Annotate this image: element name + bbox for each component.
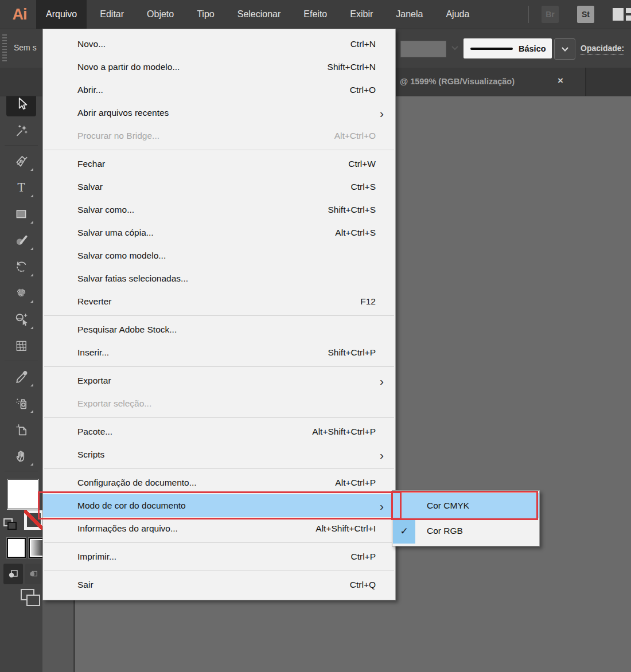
- menu-item-shortcut: Ctrl+P: [351, 552, 396, 562]
- flyout-triangle-icon: [30, 274, 33, 276]
- document-tab-title[interactable]: @ 1599% (RGB/Visualização): [400, 77, 515, 86]
- menu-separator: [44, 366, 394, 367]
- type-tool[interactable]: T: [6, 174, 36, 200]
- menu-bar-item[interactable]: Objeto: [137, 0, 184, 29]
- flyout-triangle-icon: [30, 300, 33, 303]
- draw-normal-mode-button[interactable]: [3, 564, 23, 584]
- menu-separator: [44, 315, 394, 316]
- bridge-button[interactable]: Br: [542, 6, 559, 23]
- menu-item[interactable]: Novo a partir do modelo... Shift+Ctrl+N: [43, 56, 395, 79]
- submenu-arrow-icon: ›: [380, 107, 395, 119]
- shape-builder-tool[interactable]: [6, 306, 36, 332]
- fill-color-swatch[interactable]: [7, 479, 39, 510]
- menu-item[interactable]: Imprimir... Ctrl+P: [43, 545, 395, 568]
- menu-item-label: Salvar: [43, 182, 351, 192]
- menu-item[interactable]: Pacote... Alt+Shift+Ctrl+P: [43, 420, 395, 443]
- color-mode-submenu-popup: Cor CMYK ✓ Cor RGB: [392, 490, 540, 546]
- artboard-tool[interactable]: [6, 416, 36, 442]
- menu-item[interactable]: Salvar uma cópia... Alt+Ctrl+S: [43, 221, 395, 244]
- opacity-link[interactable]: Opacidade:: [581, 44, 624, 54]
- brush-style-chevron-button[interactable]: [554, 38, 575, 60]
- menu-item[interactable]: Fechar Ctrl+W: [43, 153, 395, 175]
- menu-item[interactable]: Configuração de documento... Alt+Ctrl+P: [43, 471, 395, 494]
- menu-item[interactable]: Salvar como... Shift+Ctrl+S: [43, 198, 395, 221]
- magic-wand-tool[interactable]: [6, 117, 36, 143]
- menu-item-shortcut: Alt+Ctrl+P: [335, 478, 395, 488]
- pen-tool[interactable]: [6, 148, 36, 174]
- menu-item-label: Abrir arquivos recentes: [43, 108, 380, 118]
- menu-item-label: Abrir...: [43, 85, 350, 95]
- hand-tool[interactable]: [6, 443, 36, 468]
- flyout-triangle-icon: [30, 247, 33, 250]
- menu-bar-items: ArquivoEditarObjetoTipoSelecionarEfeitoE…: [34, 0, 481, 29]
- stroke-color-swatch[interactable]: [24, 510, 44, 530]
- stroke-profile-dropdown[interactable]: [400, 41, 446, 57]
- menu-bar-item[interactable]: Selecionar: [228, 0, 291, 29]
- menu-item[interactable]: Procurar no Bridge... Alt+Ctrl+O: [43, 124, 395, 147]
- tool-group-separator: [5, 471, 38, 471]
- eyedropper-tool[interactable]: [6, 364, 36, 389]
- menu-bar-item[interactable]: Editar: [90, 0, 134, 29]
- tab-close-icon[interactable]: ×: [558, 75, 563, 87]
- submenu-item[interactable]: ✓ Cor RGB: [392, 518, 539, 544]
- menu-item[interactable]: Reverter F12: [43, 290, 395, 313]
- stock-button[interactable]: St: [577, 6, 594, 23]
- menu-bar-item[interactable]: Tipo: [187, 0, 224, 29]
- menu-item[interactable]: Abrir arquivos recentes ›: [43, 101, 395, 124]
- menu-item-label: Salvar como...: [43, 205, 328, 215]
- menu-item-label: Configuração de documento...: [43, 478, 335, 488]
- menu-bar-item[interactable]: Arquivo: [36, 0, 87, 29]
- menu-item[interactable]: Abrir... Ctrl+O: [43, 79, 395, 101]
- flyout-triangle-icon: [30, 221, 33, 224]
- puppet-warp-tool[interactable]: [6, 280, 36, 306]
- menu-item[interactable]: Exportar ›: [43, 369, 395, 392]
- menu-item[interactable]: Pesquisar Adobe Stock...: [43, 318, 395, 341]
- menu-item-shortcut: Ctrl+Q: [350, 580, 395, 590]
- default-fill-stroke-icon[interactable]: [3, 518, 17, 530]
- flyout-triangle-icon: [30, 410, 33, 413]
- menu-item-shortcut: Alt+Shift+Ctrl+P: [312, 427, 395, 437]
- panel-grip-icon[interactable]: [2, 34, 7, 62]
- flyout-triangle-icon: [30, 194, 33, 197]
- menu-bar-item[interactable]: Exibir: [340, 0, 383, 29]
- menu-item-shortcut: Shift+Ctrl+P: [328, 347, 395, 358]
- menu-item-label: Inserir...: [43, 347, 328, 358]
- color-button[interactable]: [7, 538, 26, 558]
- screen-mode-icon[interactable]: [21, 587, 40, 608]
- menu-separator: [44, 468, 394, 469]
- menu-item[interactable]: Salvar Ctrl+S: [43, 175, 395, 198]
- tool-group-separator: [5, 361, 38, 361]
- menu-bar-item[interactable]: Janela: [386, 0, 433, 29]
- rectangle-tool[interactable]: [6, 201, 36, 226]
- menu-item[interactable]: Sair Ctrl+Q: [43, 573, 395, 596]
- menu-bar: Ai ArquivoEditarObjetoTipoSelecionarEfei…: [0, 0, 631, 29]
- workspace-layout-icon[interactable]: [613, 6, 631, 23]
- app-logo[interactable]: Ai: [5, 6, 34, 24]
- menu-item[interactable]: Modo de cor do documento ›: [43, 494, 395, 517]
- file-menu-popup: Novo... Ctrl+N Novo a partir do modelo..…: [42, 29, 396, 600]
- menu-item-shortcut: F12: [360, 296, 395, 307]
- mesh-tool[interactable]: [6, 333, 36, 358]
- symbol-sprayer-tool[interactable]: [6, 390, 36, 416]
- menu-item-shortcut: Alt+Shift+Ctrl+I: [316, 523, 395, 534]
- flyout-triangle-icon: [30, 463, 33, 466]
- menu-item[interactable]: Informações do arquivo... Alt+Shift+Ctrl…: [43, 517, 395, 540]
- menu-separator: [44, 417, 394, 418]
- menu-item[interactable]: Salvar fatias selecionadas...: [43, 267, 395, 290]
- menu-bar-item[interactable]: Efeito: [294, 0, 337, 29]
- submenu-item[interactable]: Cor CMYK: [392, 493, 539, 518]
- draw-behind-mode-button[interactable]: [25, 564, 41, 584]
- menu-bar-item[interactable]: Ajuda: [436, 0, 479, 29]
- menu-item[interactable]: Novo... Ctrl+N: [43, 33, 395, 56]
- menu-item[interactable]: Inserir... Shift+Ctrl+P: [43, 341, 395, 364]
- chevron-down-icon[interactable]: [450, 44, 460, 52]
- menu-item[interactable]: Scripts ›: [43, 443, 395, 466]
- menu-item[interactable]: Salvar como modelo...: [43, 244, 395, 267]
- flyout-triangle-icon: [30, 326, 33, 329]
- brush-style-dropdown[interactable]: Básico: [463, 38, 552, 58]
- menu-item[interactable]: Exportar seleção...: [43, 392, 395, 415]
- menu-item-shortcut: Ctrl+W: [348, 159, 395, 169]
- shaper-tool[interactable]: [6, 227, 36, 253]
- menu-item-shortcut: Alt+Ctrl+S: [335, 228, 395, 238]
- rotate-tool[interactable]: [6, 253, 36, 279]
